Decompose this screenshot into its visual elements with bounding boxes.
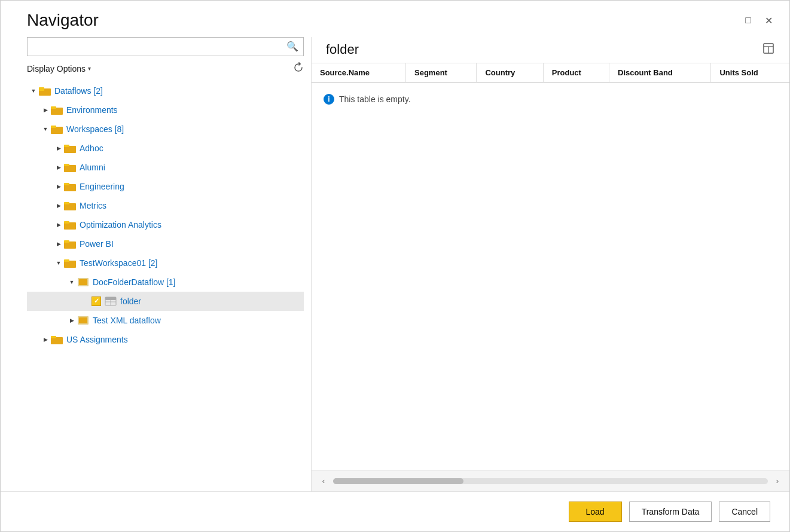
preview-title: folder xyxy=(326,42,359,57)
maximize-button[interactable]: □ xyxy=(742,14,755,27)
svg-rect-18 xyxy=(64,240,69,243)
dataflow-icon-docfolder xyxy=(77,277,89,287)
expand-icon-optimization: ▶ xyxy=(53,219,64,230)
tree-node-workspaces[interactable]: ▼ Workspaces [8] xyxy=(27,120,304,139)
scroll-thumb xyxy=(333,478,463,484)
bottom-bar: Load Transform Data Cancel xyxy=(1,491,789,531)
expand-icon-adhoc: ▶ xyxy=(53,143,64,154)
tree-label-dataflows: Dataflows [2] xyxy=(54,86,103,96)
tree-node-metrics[interactable]: ▶ Metrics xyxy=(27,196,304,215)
tree-label-adhoc: Adhoc xyxy=(80,143,103,153)
svg-rect-22 xyxy=(79,279,87,285)
left-panel: 🔍 Display Options ▾ xyxy=(1,37,312,491)
tree-node-environments[interactable]: ▶ Environments xyxy=(27,100,304,120)
table-container: Source.Name Segment Country Product Disc… xyxy=(312,63,789,470)
tree-node-powerbi[interactable]: ▶ Power BI xyxy=(27,234,304,253)
scroll-left-button[interactable]: ‹ xyxy=(316,474,331,488)
empty-message: i This table is empty. xyxy=(312,83,789,115)
folder-icon-environments xyxy=(51,105,63,115)
col-units-sold: Units Sold xyxy=(711,63,789,82)
scroll-right-button[interactable]: › xyxy=(770,474,785,488)
checked-icon: ✓ xyxy=(91,296,101,306)
table-icon-folder xyxy=(105,296,117,306)
tree-label-metrics: Metrics xyxy=(80,201,106,210)
search-input[interactable] xyxy=(31,42,285,51)
tree-label-folder: folder xyxy=(120,296,141,306)
col-discount-band: Discount Band xyxy=(609,63,711,82)
tree-label-docfolder: DocFolderDataflow [1] xyxy=(93,277,176,287)
close-button[interactable]: ✕ xyxy=(762,14,775,27)
tree-label-environments: Environments xyxy=(66,105,118,115)
svg-rect-16 xyxy=(64,221,69,224)
expand-icon-testworkspace: ▼ xyxy=(53,258,64,268)
checkbox-folder[interactable]: ✓ xyxy=(90,295,102,307)
tree-node-folder[interactable]: ▶ ✓ folder xyxy=(27,292,304,311)
tree-node-engineering[interactable]: ▶ Engineering xyxy=(27,177,304,196)
folder-icon-usassign xyxy=(51,335,63,344)
expand-icon-environments: ▶ xyxy=(40,105,51,115)
expand-icon-workspaces: ▼ xyxy=(40,124,51,134)
expand-icon-testxml: ▶ xyxy=(66,315,77,326)
svg-rect-20 xyxy=(64,259,69,262)
navigator-window: Navigator □ ✕ 🔍 Display Options ▾ xyxy=(0,0,790,532)
folder-icon-dataflows xyxy=(39,86,51,96)
display-options-label: Display Options xyxy=(27,64,86,74)
tree-node-alumni[interactable]: ▶ Alumni xyxy=(27,158,304,177)
svg-rect-8 xyxy=(64,145,69,147)
svg-rect-4 xyxy=(51,106,56,109)
expand-icon-dataflows: ▼ xyxy=(28,85,39,96)
col-country: Country xyxy=(477,63,543,82)
display-options-arrow: ▾ xyxy=(88,65,91,72)
empty-row: i This table is empty. xyxy=(312,82,789,115)
right-panel: folder Source.Name Segment Coun xyxy=(312,37,789,491)
tree-node-docfolder[interactable]: ▼ DocFolderDataflow [1] xyxy=(27,273,304,292)
svg-rect-24 xyxy=(105,297,116,300)
folder-icon-engineering xyxy=(64,182,76,191)
title-bar: Navigator □ ✕ xyxy=(1,1,789,30)
folder-icon-powerbi xyxy=(64,239,76,249)
folder-icon-optimization xyxy=(64,220,76,230)
load-button[interactable]: Load xyxy=(569,502,622,522)
folder-icon-alumni xyxy=(64,163,76,172)
tree-node-usassign[interactable]: ▶ US Assignments xyxy=(27,330,304,349)
scroll-track[interactable] xyxy=(333,478,768,484)
preview-icon-button[interactable] xyxy=(762,42,775,58)
content-area: 🔍 Display Options ▾ xyxy=(1,30,789,491)
expand-icon-engineering: ▶ xyxy=(53,181,64,192)
tree-node-testworkspace[interactable]: ▼ TestWorkspace01 [2] xyxy=(27,253,304,273)
refresh-button[interactable] xyxy=(293,62,304,75)
cancel-button[interactable]: Cancel xyxy=(719,502,770,522)
transform-data-button[interactable]: Transform Data xyxy=(629,502,712,522)
expand-icon-powerbi: ▶ xyxy=(53,239,64,249)
preview-header: folder xyxy=(312,37,789,63)
display-options-button[interactable]: Display Options ▾ xyxy=(27,64,91,74)
folder-icon-metrics xyxy=(64,201,76,210)
empty-message-text: This table is empty. xyxy=(339,94,411,104)
svg-rect-10 xyxy=(64,164,69,166)
window-controls: □ ✕ xyxy=(742,14,775,27)
window-title: Navigator xyxy=(27,11,99,30)
dataflow-icon-testxml xyxy=(77,316,89,325)
svg-rect-30 xyxy=(51,336,56,338)
col-product: Product xyxy=(543,63,609,82)
svg-rect-12 xyxy=(64,183,69,185)
folder-icon-adhoc xyxy=(64,143,76,153)
tree-label-testxml: Test XML dataflow xyxy=(93,316,161,325)
search-bar: 🔍 xyxy=(27,37,304,56)
expand-icon-docfolder: ▼ xyxy=(66,277,77,288)
tree-node-testxml[interactable]: ▶ Test XML dataflow xyxy=(27,311,304,330)
tree-label-engineering: Engineering xyxy=(80,182,124,191)
tree-label-testworkspace: TestWorkspace01 [2] xyxy=(80,258,157,268)
preview-table: Source.Name Segment Country Product Disc… xyxy=(312,63,789,115)
tree-node-optimization[interactable]: ▶ Optimization Analytics xyxy=(27,215,304,234)
expand-icon-alumni: ▶ xyxy=(53,162,64,173)
folder-icon-workspaces xyxy=(51,124,63,134)
tree-node-dataflows[interactable]: ▼ Dataflows [2] xyxy=(27,81,304,100)
info-icon: i xyxy=(324,94,334,105)
horizontal-scrollbar: ‹ › xyxy=(312,470,789,491)
search-button[interactable]: 🔍 xyxy=(285,41,300,52)
tree-node-adhoc[interactable]: ▶ Adhoc xyxy=(27,139,304,158)
expand-icon-usassign: ▶ xyxy=(40,334,51,345)
svg-rect-6 xyxy=(51,126,56,128)
tree-label-optimization: Optimization Analytics xyxy=(80,220,161,230)
